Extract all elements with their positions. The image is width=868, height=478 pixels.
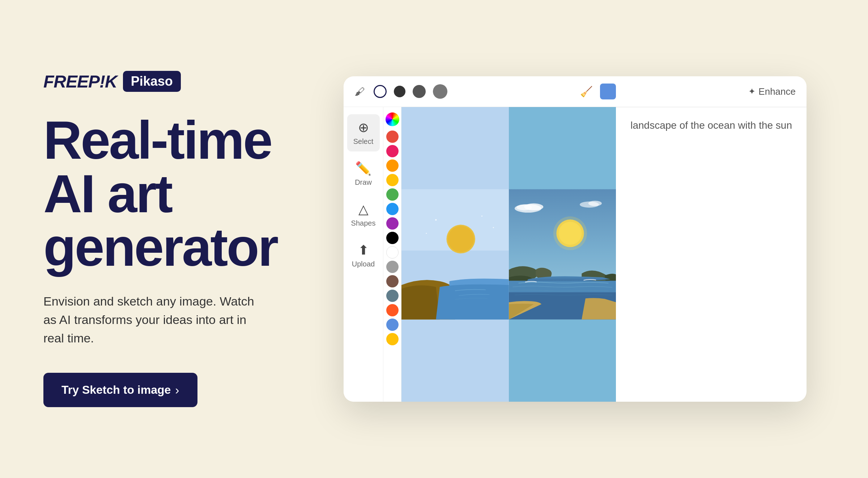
color-gray[interactable] <box>386 261 399 273</box>
sketch-canvas-panel[interactable] <box>401 107 509 402</box>
freepik-logo: FREEP!K <box>43 72 117 91</box>
brush-icon: 🖌 <box>354 86 365 98</box>
upload-label: Upload <box>352 260 375 268</box>
cta-arrow: › <box>175 383 179 397</box>
headline-line3: generator <box>43 221 297 274</box>
logo-area: FREEP!K Pikaso <box>43 71 297 92</box>
headline-line1: Real-time <box>43 114 297 167</box>
page-container: FREEP!K Pikaso Real-time AI art generato… <box>0 0 868 478</box>
prompt-bar: landscape of the ocean with the sun <box>616 107 807 143</box>
color-green[interactable] <box>386 188 399 201</box>
svg-point-3 <box>448 226 474 252</box>
cta-label: Try Sketch to image <box>61 383 171 397</box>
enhance-button[interactable]: ✦ Enhance <box>748 86 796 97</box>
mockup-content: ⊕ Select ✏️ Draw △ Shapes ⬆ Upload <box>344 107 807 402</box>
tool-upload[interactable]: ⬆ Upload <box>347 237 380 274</box>
upload-icon: ⬆ <box>358 243 369 258</box>
color-amber[interactable] <box>386 333 399 345</box>
svg-point-4 <box>435 219 437 221</box>
mockup-toolbar: 🖌 🧹 ✦ Enhance <box>344 76 807 107</box>
left-section: FREEP!K Pikaso Real-time AI art generato… <box>43 71 297 407</box>
tool-panel: ⊕ Select ✏️ Draw △ Shapes ⬆ Upload <box>344 107 383 402</box>
color-deep-orange[interactable] <box>386 304 399 316</box>
select-icon: ⊕ <box>358 120 369 135</box>
prompt-text[interactable]: landscape of the ocean with the sun <box>630 120 792 131</box>
sketch-canvas[interactable] <box>401 107 509 402</box>
headline-line2: AI art <box>43 167 297 221</box>
ai-result-svg <box>509 107 616 402</box>
subtitle: Envision and sketch any image. Watch as … <box>43 292 268 347</box>
color-black[interactable] <box>386 232 399 244</box>
color-purple[interactable] <box>386 217 399 230</box>
tool-draw[interactable]: ✏️ Draw <box>347 155 380 192</box>
right-section: 🖌 🧹 ✦ Enhance ⊕ <box>326 76 825 402</box>
brush-size-medium[interactable] <box>394 86 405 97</box>
sketch-svg <box>401 107 509 402</box>
brush-size-small[interactable] <box>374 85 387 98</box>
color-pink[interactable] <box>386 145 399 157</box>
draw-label: Draw <box>355 178 372 187</box>
brush-size-xlarge[interactable] <box>433 84 447 99</box>
active-color-swatch[interactable] <box>600 84 616 99</box>
shapes-label: Shapes <box>351 219 376 227</box>
color-red[interactable] <box>386 131 399 143</box>
color-palette <box>383 107 401 402</box>
color-white[interactable] <box>386 246 399 259</box>
color-blue-gray[interactable] <box>386 290 399 302</box>
tool-select[interactable]: ⊕ Select <box>347 114 380 151</box>
draw-icon: ✏️ <box>355 161 371 176</box>
eraser-icon[interactable]: 🧹 <box>580 86 593 98</box>
color-brown[interactable] <box>386 275 399 287</box>
cta-button[interactable]: Try Sketch to image › <box>43 373 197 407</box>
canvas-panels <box>401 107 616 402</box>
svg-point-5 <box>481 215 482 217</box>
pikaso-logo: Pikaso <box>123 71 181 92</box>
tool-shapes[interactable]: △ Shapes <box>347 196 380 233</box>
svg-point-16 <box>553 217 587 250</box>
color-yellow[interactable] <box>386 174 399 186</box>
ai-canvas-panel <box>509 107 616 402</box>
select-label: Select <box>353 137 374 146</box>
ai-canvas <box>509 107 616 402</box>
brush-size-large[interactable] <box>413 85 426 98</box>
app-mockup: 🖌 🧹 ✦ Enhance ⊕ <box>344 76 807 402</box>
svg-point-11 <box>516 205 532 210</box>
color-blue[interactable] <box>386 203 399 215</box>
enhance-icon: ✦ <box>748 86 756 97</box>
color-cornflower[interactable] <box>386 319 399 331</box>
headline: Real-time AI art generator <box>43 114 297 274</box>
color-orange[interactable] <box>386 159 399 172</box>
color-wheel[interactable] <box>386 112 399 126</box>
svg-point-13 <box>588 201 601 206</box>
svg-point-6 <box>493 227 494 228</box>
enhance-label: Enhance <box>758 86 796 97</box>
shapes-icon: △ <box>358 202 369 217</box>
svg-point-7 <box>426 233 427 234</box>
